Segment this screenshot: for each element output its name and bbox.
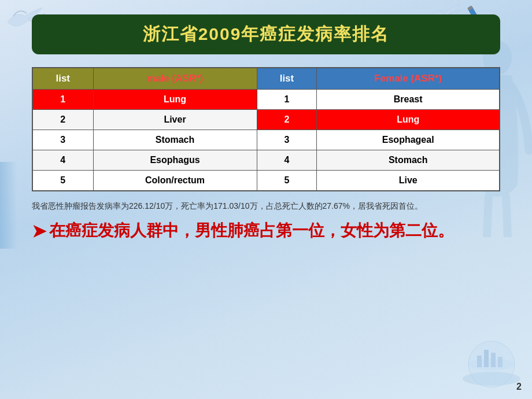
cancer-ranking-table: list male (ASR*) list Female (ASR*) 1Lun…: [32, 67, 500, 191]
female-cancer-cell: Esophageal: [317, 130, 500, 150]
table-row: 5Colon/rectum5Live: [32, 171, 500, 191]
title-box: 浙江省2009年癌症发病率排名: [32, 14, 500, 54]
male-rank-cell: 2: [32, 110, 93, 130]
male-rank-cell: 1: [32, 90, 93, 110]
table-row: 2Liver2Lung: [32, 110, 500, 130]
main-statement: ➤ 在癌症发病人群中，男性肺癌占第一位，女性为第二位。: [32, 219, 500, 243]
male-rank-cell: 4: [32, 150, 93, 171]
male-rank-cell: 5: [32, 171, 93, 191]
female-cancer-cell: Breast: [317, 90, 500, 110]
page-title: 浙江省2009年癌症发病率排名: [143, 24, 390, 43]
female-cancer-cell: Lung: [317, 110, 500, 130]
table-row: 1Lung1Breast: [32, 90, 500, 110]
page-number: 2: [516, 382, 522, 392]
female-cancer-cell: Stomach: [317, 150, 500, 171]
male-cancer-cell: Lung: [93, 90, 257, 110]
statement-text: 在癌症发病人群中，男性肺癌占第一位，女性为第二位。: [49, 219, 454, 242]
svg-point-10: [468, 359, 515, 370]
header-list2: list: [257, 68, 317, 90]
city-globe-icon: [460, 332, 523, 390]
header-list1: list: [32, 68, 93, 90]
table-container: list male (ASR*) list Female (ASR*) 1Lun…: [32, 67, 500, 191]
female-rank-cell: 4: [257, 150, 317, 171]
table-header-row: list male (ASR*) list Female (ASR*): [32, 68, 500, 90]
female-rank-cell: 5: [257, 171, 317, 191]
table-body: 1Lung1Breast2Liver2Lung3Stomach3Esophage…: [32, 90, 500, 191]
female-rank-cell: 2: [257, 110, 317, 130]
footnote-text: 我省恶性肿瘤报告发病率为226.12/10万，死亡率为171.03/10万，占总…: [32, 200, 500, 212]
male-cancer-cell: Colon/rectum: [93, 171, 257, 191]
table-row: 4Esophagus4Stomach: [32, 150, 500, 171]
arrow-icon: ➤: [32, 219, 46, 243]
female-rank-cell: 3: [257, 130, 317, 150]
table-row: 3Stomach3Esophageal: [32, 130, 500, 150]
page-content: 浙江省2009年癌症发病率排名 list male (ASR*) list Fe…: [0, 0, 532, 255]
header-male: male (ASR*): [93, 68, 257, 90]
header-female: Female (ASR*): [317, 68, 500, 90]
female-cancer-cell: Live: [317, 171, 500, 191]
male-cancer-cell: Liver: [93, 110, 257, 130]
male-cancer-cell: Esophagus: [93, 150, 257, 171]
male-cancer-cell: Stomach: [93, 130, 257, 150]
male-rank-cell: 3: [32, 130, 93, 150]
female-rank-cell: 1: [257, 90, 317, 110]
